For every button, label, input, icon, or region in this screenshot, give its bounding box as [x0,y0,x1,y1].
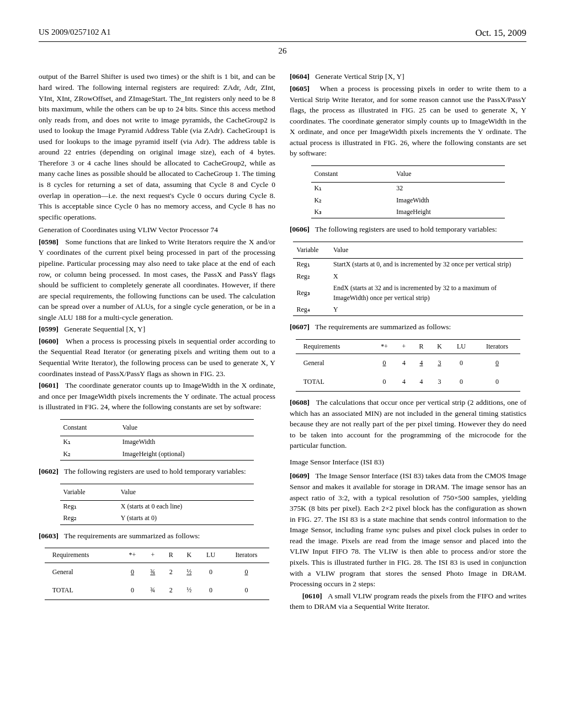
publication-date: Oct. 15, 2009 [475,26,526,40]
td-reg2: Reg₂ [60,512,118,524]
th-constant: Constant [60,419,119,436]
th-value: Value [119,419,254,436]
para-0603-text: The requirements are summarized as follo… [64,532,200,540]
td-k1-val: ImageWidth [119,436,254,448]
td-general: General [45,563,121,581]
td-k2-val: ImageHeight (optional) [119,448,254,461]
para-num-0608: [0608] [290,398,310,406]
td-total: TOTAL [45,581,121,600]
table-requirements-2: Requirements *+ + R K LU Iterators Gener… [296,339,521,392]
section-gen-coords: Generation of Coordinates using VLIW Vec… [39,224,275,235]
para-0599: [0599] Generate Sequential [X, Y] [39,324,275,335]
th-variable: Variable [293,242,330,259]
para-0604: [0604] Generate Vertical Strip [X, Y] [290,71,526,82]
para-0600-text: When a process is processing pixels in s… [39,337,275,378]
page-number: 26 [39,45,526,57]
para-0599-text: Generate Sequential [X, Y] [64,325,145,333]
para-0605: [0605] When a process is processing pixe… [290,83,526,159]
content-columns: output of the Barrel Shifter is used two… [39,71,526,613]
right-column: [0604] Generate Vertical Strip [X, Y] [0… [290,71,526,613]
th-req: Requirements [45,548,121,563]
left-column: output of the Barrel Shifter is used two… [39,71,275,613]
para-0606-text: The following registers are used to hold… [315,225,497,233]
para-0607-text: The requirements are summarized as follo… [315,323,451,331]
page-header: US 2009/0257102 A1 Oct. 15, 2009 [39,26,526,42]
th-value: Value [118,484,254,500]
table-requirements-1: Requirements *+ + R K LU Iterators Gener… [45,548,270,600]
para-num-0605: [0605] [290,84,310,93]
th-r: R [162,548,180,563]
para-num-0610: [0610] [302,592,322,600]
para-0606: [0606] The following registers are used … [290,224,526,235]
para-0608-text: The calculations that occur once per ver… [290,398,526,449]
para-0609-text: The Image Sensor Interface (ISI 83) take… [290,472,526,588]
para-num-0609: [0609] [290,472,310,480]
para-0610: [0610] A small VLIW program reads the pi… [290,591,526,612]
para-num-0599: [0599] [39,325,58,333]
table-constants-1: Constant Value K₁ImageWidth K₂ImageHeigh… [60,419,254,461]
para-num-0598: [0598] [39,238,58,246]
table-variables-2: Variable Value Reg₁StartX (starts at 0, … [293,242,523,316]
table-variables-1: Variable Value Reg₁X (starts at 0 each l… [60,484,254,525]
para-num-0606: [0606] [290,225,310,233]
para-num-0602: [0602] [39,467,58,475]
para-0609: [0609] The Image Sensor Interface (ISI 8… [290,470,526,589]
para-num-0600: [0600] [39,337,58,345]
para-num-0603: [0603] [39,532,58,540]
para-num-0604: [0604] [290,72,310,81]
para-0600: [0600] When a process is processing pixe… [39,336,275,379]
para-0601-text: The coordinate generator counts up to Im… [39,381,275,411]
para-0604-text: Generate Vertical Strip [X, Y] [315,72,404,81]
para-0610-text: A small VLIW program reads the pixels fr… [290,592,526,611]
para-continuation: output of the Barrel Shifter is used two… [39,71,275,222]
td-reg1-val: X (starts at 0 each line) [118,500,254,512]
para-0601: [0601] The coordinate generator counts u… [39,380,275,413]
para-0598-text: Some functions that are linked to Write … [39,238,275,322]
para-num-0607: [0607] [290,323,310,331]
th-starplus: *+ [121,548,143,563]
section-isi: Image Sensor Interface (ISI 83) [290,457,526,468]
para-num-0601: [0601] [39,381,58,389]
th-value: Value [393,165,505,182]
para-0605-text: When a process is processing pixels in o… [290,84,526,157]
para-0602: [0602] The following registers are used … [39,466,275,477]
th-variable: Variable [60,484,118,500]
th-value: Value [330,242,523,259]
th-plus: + [143,548,162,563]
td-reg2-val: Y (starts at 0) [118,512,254,524]
td-k1: K₁ [60,436,119,448]
para-0608: [0608] The calculations that occur once … [290,397,526,451]
para-0607: [0607] The requirements are summarized a… [290,322,526,333]
th-iter: Iterators [223,548,270,563]
para-0603: [0603] The requirements are summarized a… [39,531,275,542]
publication-number: US 2009/0257102 A1 [39,26,111,40]
table-constants-2: Constant Value K₁32 K₂ImageWidth K₃Image… [311,165,505,219]
th-lu: LU [199,548,223,563]
td-reg1: Reg₁ [60,500,118,512]
para-0598: [0598] Some functions that are linked to… [39,237,275,323]
td-k2: K₂ [60,448,119,461]
th-constant: Constant [311,165,393,182]
th-k: K [180,548,199,563]
para-0602-text: The following registers are used to hold… [64,467,246,475]
